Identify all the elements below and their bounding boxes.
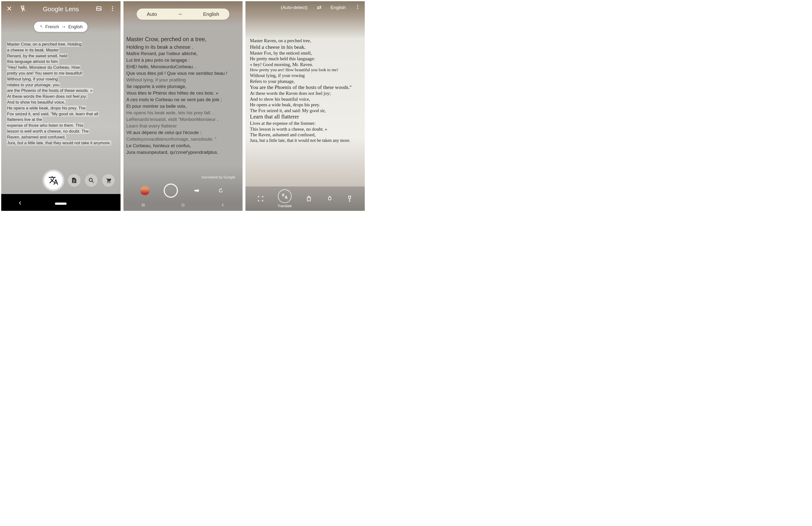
share-icon: [194, 187, 200, 194]
gallery-icon[interactable]: [96, 5, 102, 13]
shutter-button[interactable]: [164, 183, 178, 198]
arrow-icon: →: [177, 11, 183, 17]
android-navbar: [124, 200, 243, 211]
scan-icon: [257, 195, 264, 202]
more-icon[interactable]: [355, 4, 360, 11]
translated-text-overlay[interactable]: Master Crow, perched on a tree, Holding …: [126, 35, 242, 156]
mode-bar: [1, 167, 120, 194]
flame-icon: [326, 195, 333, 202]
translate-header: (Auto-detect) ⇄ English: [245, 4, 365, 11]
language-chip[interactable]: French → English: [34, 22, 88, 32]
svg-point-8: [357, 5, 358, 6]
shopping-mode-button[interactable]: [102, 174, 115, 187]
translate-icon: [281, 193, 288, 200]
phone-screenshot-google-translate: Auto → English Master Crow, perched on a…: [124, 1, 243, 211]
discover-mode[interactable]: [326, 195, 333, 202]
share-button[interactable]: [192, 186, 202, 195]
attribution: translated by Google: [202, 175, 235, 179]
close-icon[interactable]: [6, 5, 12, 13]
wine-icon: [346, 195, 353, 202]
cart-icon: [105, 177, 112, 183]
arrow-icon: →: [61, 24, 67, 30]
pause-button[interactable]: [216, 186, 226, 195]
app-header: Google Lens: [1, 4, 120, 14]
search-icon: [88, 177, 95, 183]
more-icon[interactable]: [109, 5, 116, 13]
translated-text-overlay[interactable]: Master Raven, on a perched tree, Held a …: [250, 38, 363, 143]
svg-point-10: [357, 8, 358, 9]
bag-icon: [305, 195, 312, 202]
text-mode-button[interactable]: [68, 174, 81, 187]
svg-point-1: [112, 6, 113, 7]
source-language[interactable]: Auto: [147, 12, 157, 17]
phone-screenshot-google-lens: Google Lens French → English Master Crow…: [1, 1, 120, 211]
phone-screenshot-bixby-vision: (Auto-detect) ⇄ English Master Raven, on…: [245, 1, 365, 211]
translate-mode-button[interactable]: [43, 170, 63, 190]
svg-point-3: [112, 10, 113, 11]
swap-icon[interactable]: ⇄: [317, 4, 321, 11]
source-language[interactable]: (Auto-detect): [281, 5, 308, 10]
shopping-mode[interactable]: [305, 195, 312, 202]
svg-rect-7: [182, 204, 184, 206]
mode-bar: Translate: [245, 186, 365, 211]
back-button[interactable]: [220, 202, 226, 209]
sparkle-icon: [39, 25, 43, 29]
translate-icon: [48, 175, 59, 185]
flash-off-icon[interactable]: [20, 5, 26, 13]
svg-point-5: [107, 182, 108, 183]
recents-button[interactable]: [141, 202, 146, 209]
svg-point-9: [357, 6, 358, 7]
search-mode-button[interactable]: [85, 174, 98, 187]
target-language[interactable]: English: [203, 12, 219, 17]
source-language: French: [45, 25, 59, 30]
language-bar[interactable]: Auto → English: [136, 9, 229, 20]
svg-point-2: [112, 8, 113, 9]
scan-mode[interactable]: [257, 195, 264, 202]
mode-label: Translate: [278, 204, 292, 208]
wine-mode[interactable]: [346, 195, 353, 202]
translated-text-overlay[interactable]: Master Crow, on a perched tree, Holding …: [6, 42, 115, 146]
refresh-icon: [218, 187, 224, 194]
target-language[interactable]: English: [331, 5, 346, 10]
app-title: Google Lens: [43, 5, 79, 13]
thumbnail[interactable]: [140, 186, 149, 195]
home-button[interactable]: [180, 202, 186, 209]
android-navbar: [1, 196, 120, 211]
target-language: English: [68, 25, 83, 30]
home-button[interactable]: [55, 202, 67, 205]
back-button[interactable]: [17, 200, 23, 207]
translate-mode[interactable]: Translate: [278, 190, 292, 208]
camera-controls: [124, 183, 243, 198]
document-icon: [71, 177, 77, 183]
svg-point-6: [110, 182, 110, 183]
